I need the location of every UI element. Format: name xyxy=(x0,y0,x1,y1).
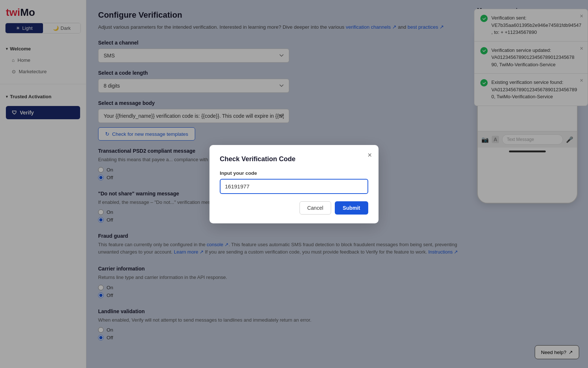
modal-actions: Cancel Submit xyxy=(220,201,368,215)
modal-input-label: Input your code xyxy=(220,170,368,176)
cancel-button[interactable]: Cancel xyxy=(300,201,331,215)
modal-title: Check Verification Code xyxy=(220,155,368,163)
submit-button[interactable]: Submit xyxy=(335,201,368,215)
modal-overlay[interactable]: Check Verification Code × Input your cod… xyxy=(0,0,588,368)
check-verification-modal: Check Verification Code × Input your cod… xyxy=(209,145,379,223)
verification-code-input[interactable] xyxy=(220,179,368,194)
modal-close-button[interactable]: × xyxy=(368,151,372,159)
